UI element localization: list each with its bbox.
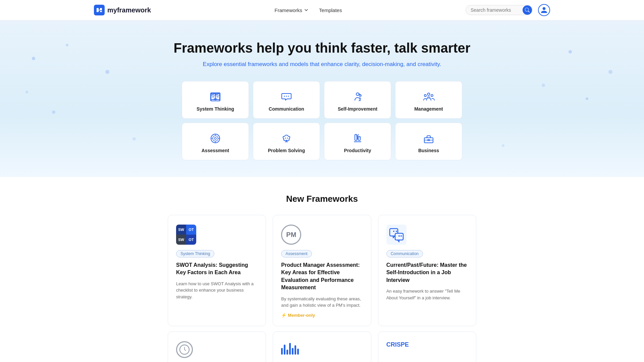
svg-point-23: [214, 137, 216, 139]
communication-icon: [280, 91, 292, 103]
category-assessment[interactable]: Assessment: [182, 123, 249, 160]
clock-svg: [179, 344, 190, 355]
hero-section: Frameworks help you think faster, talk s…: [0, 20, 644, 177]
category-self-improvement[interactable]: Self-Improvement: [324, 81, 391, 119]
svg-point-22: [213, 136, 218, 141]
category-management[interactable]: Management: [395, 81, 462, 119]
system-thinking-icon: [209, 91, 221, 103]
search-button[interactable]: [523, 5, 532, 15]
swot-icon: SW OT SW OT: [176, 225, 196, 245]
search-icon: [525, 8, 530, 12]
cpf-title: Current/Past/Future: Master the Self-Int…: [386, 261, 468, 284]
swot-o: SW: [176, 235, 186, 245]
business-icon: [423, 132, 435, 144]
cpf-tag: Communication: [386, 250, 423, 257]
pm-icon: PM: [281, 225, 301, 245]
framework-card-cpf[interactable]: Communication Current/Past/Future: Maste…: [378, 215, 476, 326]
communication-framework-icon: [386, 225, 407, 245]
swot-title: SWOT Analysis: Suggesting Key Factors in…: [176, 261, 258, 277]
category-communication-label: Communication: [269, 106, 304, 112]
hero-content: Frameworks help you think faster, talk s…: [0, 41, 644, 160]
assessment-icon: [209, 132, 221, 144]
logo-link[interactable]: myframework: [94, 5, 151, 15]
swot-w: OT: [186, 225, 196, 235]
framework-card-partial-2[interactable]: [273, 331, 371, 362]
svg-point-19: [424, 95, 426, 97]
frameworks-grid: SW OT SW OT System Thinking SWOT Analysi…: [161, 215, 483, 326]
framework-card-pm[interactable]: PM Assessment Product Manager Assessment…: [273, 215, 371, 326]
problem-solving-icon: [280, 132, 292, 144]
svg-point-15: [288, 96, 289, 97]
cpf-desc: An easy framework to answer "Tell Me Abo…: [386, 288, 468, 317]
new-frameworks-section: New Frameworks SW OT SW OT System Thinki…: [0, 177, 644, 362]
svg-point-18: [428, 93, 430, 96]
logo-text: myframework: [107, 6, 151, 14]
search-wrapper: [466, 5, 533, 15]
pm-title: Product Manager Assessment: Key Areas fo…: [281, 261, 363, 292]
svg-point-13: [284, 96, 285, 97]
category-grid: System Thinking Communication: [0, 81, 644, 160]
svg-rect-33: [358, 136, 360, 140]
category-self-improvement-label: Self-Improvement: [338, 106, 377, 112]
svg-point-43: [400, 235, 402, 237]
svg-point-40: [393, 231, 394, 232]
svg-point-41: [396, 231, 397, 232]
category-management-label: Management: [414, 106, 443, 112]
frameworks-bottom-row: CRISPE: [161, 331, 483, 362]
hero-title: Frameworks help you think faster, talk s…: [0, 41, 644, 56]
swot-s: SW: [176, 225, 186, 235]
self-improvement-icon: [352, 91, 364, 103]
clock-icon-partial: [176, 341, 193, 358]
cpf-icon: [386, 225, 407, 245]
svg-point-16: [356, 93, 359, 96]
category-productivity-label: Productivity: [344, 148, 371, 153]
category-problem-solving-label: Problem Solving: [268, 148, 305, 153]
svg-point-14: [286, 96, 287, 97]
svg-rect-32: [355, 134, 357, 140]
pm-tag: Assessment: [281, 250, 312, 257]
nav-templates[interactable]: Templates: [319, 7, 342, 13]
svg-point-31: [287, 138, 288, 139]
svg-point-42: [398, 235, 400, 237]
user-icon: [540, 6, 548, 14]
swot-tag: System Thinking: [176, 250, 214, 257]
navbar-nav: Frameworks Templates: [275, 7, 342, 13]
svg-point-20: [431, 95, 433, 97]
category-communication[interactable]: Communication: [253, 81, 320, 119]
nav-frameworks[interactable]: Frameworks: [275, 7, 309, 13]
crispe-label: CRISPE: [386, 341, 468, 348]
category-problem-solving[interactable]: Problem Solving: [253, 123, 320, 160]
category-assessment-label: Assessment: [202, 148, 229, 153]
category-productivity[interactable]: Productivity: [324, 123, 391, 160]
hero-subtitle: Explore essential frameworks and models …: [0, 61, 644, 68]
management-icon: [423, 91, 435, 103]
search-area: [466, 4, 550, 16]
section-title: New Frameworks: [0, 194, 644, 204]
category-business[interactable]: Business: [395, 123, 462, 160]
swot-t: OT: [186, 235, 196, 245]
category-system-thinking[interactable]: System Thinking: [182, 81, 249, 119]
logo-icon: [94, 5, 105, 15]
category-system-thinking-label: System Thinking: [197, 106, 234, 112]
chevron-down-icon: [304, 7, 308, 13]
pm-desc: By systematically evaluating these areas…: [281, 296, 363, 309]
swot-desc: Learn how to use SWOT Analysis with a ch…: [176, 281, 258, 318]
wave-icon-partial: [281, 341, 363, 355]
navbar: myframework Frameworks Templates: [0, 0, 644, 20]
productivity-icon: [352, 132, 364, 144]
framework-card-partial-1[interactable]: [168, 331, 266, 362]
framework-card-partial-3[interactable]: CRISPE: [378, 331, 476, 362]
category-business-label: Business: [418, 148, 439, 153]
user-avatar[interactable]: [538, 4, 550, 16]
member-only-badge: Member-only: [281, 313, 363, 318]
svg-point-30: [285, 138, 286, 139]
framework-card-swot[interactable]: SW OT SW OT System Thinking SWOT Analysi…: [168, 215, 266, 326]
